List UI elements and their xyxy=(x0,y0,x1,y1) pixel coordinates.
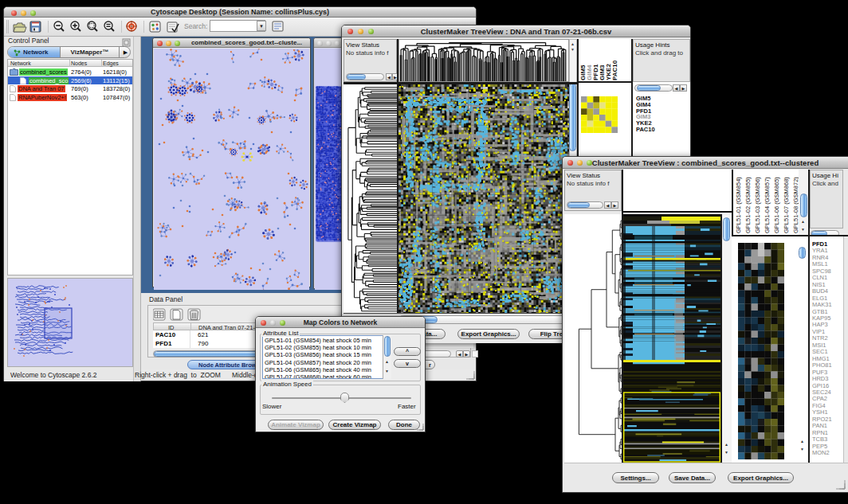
svg-text:GPL51-02 (GSM855): GPL51-02 (GSM855) xyxy=(744,177,752,233)
svg-text:GPL51-03 (GSM856): GPL51-03 (GSM856) xyxy=(754,177,761,233)
svg-text:GPL51-06 (GSM865): GPL51-06 (GSM865) xyxy=(773,177,780,233)
svg-text:PAC10: PAC10 xyxy=(611,60,618,80)
svg-text:GPL51-01 (GSM854): GPL51-01 (GSM854) xyxy=(735,177,742,233)
svg-text:GPL51-04 (GSM857): GPL51-04 (GSM857) xyxy=(764,177,771,233)
svg-text:GPL51-08 (GSM872): GPL51-08 (GSM872) xyxy=(792,177,799,233)
svg-text:GPL51-07 (GSM868): GPL51-07 (GSM868) xyxy=(783,177,790,233)
